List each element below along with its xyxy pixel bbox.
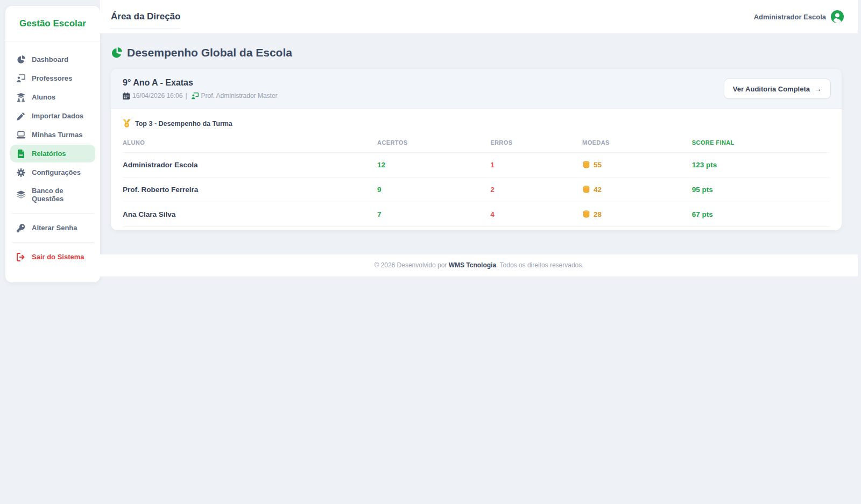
arrow-right-icon: → <box>814 84 822 93</box>
cell-acertos: 7 <box>377 202 490 227</box>
page-title: Área da Direção <box>111 0 180 33</box>
sidebar-item-label: Minhas Turmas <box>32 131 82 139</box>
sidebar-nav: Dashboard Professores Alunos Importar Da… <box>5 41 100 208</box>
sidebar-item-logout[interactable]: Sair do Sistema <box>10 248 95 266</box>
table-row: Ana Clara Silva 7 4 28 67 pts <box>123 202 830 227</box>
report-title: 9° Ano A - Exatas <box>123 78 278 88</box>
report-card-body: Top 3 - Desempenho da Turma ALUNO ACERTO… <box>111 109 842 230</box>
cell-acertos: 12 <box>377 153 490 178</box>
view-audit-button[interactable]: Ver Auditoria Completa → <box>724 79 831 99</box>
calendar-icon <box>123 93 130 100</box>
meta-separator: | <box>185 92 187 100</box>
sidebar-item-label: Alterar Senha <box>32 224 77 232</box>
sidebar-item-relatorios[interactable]: Relatórios <box>10 145 95 162</box>
user-name: Administrador Escola <box>754 13 826 21</box>
footer-suffix: . Todos os direitos reservados. <box>496 261 584 269</box>
app-logo: Gestão Escolar <box>5 6 100 41</box>
report-card: 9° Ano A - Exatas 16/04/2026 16:06 | Pro… <box>111 69 842 230</box>
sidebar-item-configuracoes[interactable]: Configurações <box>10 164 95 181</box>
cell-score: 95 pts <box>692 178 830 202</box>
report-teacher: Prof. Administrador Master <box>201 92 278 100</box>
section-title: Desempenho Global da Escola <box>127 46 292 59</box>
main-column: Área da Direção Administrador Escola Des… <box>100 0 858 276</box>
sidebar: Gestão Escolar Dashboard Professores Alu… <box>5 6 100 282</box>
view-audit-label: Ver Auditoria Completa <box>733 85 810 93</box>
sidebar-item-banco-de-questoes[interactable]: Banco de Questões <box>10 182 95 207</box>
user-menu[interactable]: Administrador Escola <box>754 10 844 23</box>
app-layout: Gestão Escolar Dashboard Professores Alu… <box>0 0 861 504</box>
sidebar-item-label: Banco de Questões <box>32 187 89 203</box>
sidebar-item-label: Importar Dados <box>32 112 83 120</box>
table-row: Prof. Roberto Ferreira 9 2 42 95 pts <box>123 178 830 202</box>
sidebar-item-label: Sair do Sistema <box>32 253 84 261</box>
table-row: Administrador Escola 12 1 55 123 pts <box>123 153 830 178</box>
col-moedas: MOEDAS <box>582 135 692 153</box>
cell-acertos: 9 <box>377 178 490 202</box>
cell-erros: 1 <box>490 153 582 178</box>
footer-brand: WMS Tcnologia <box>449 261 496 269</box>
cell-erros: 2 <box>490 178 582 202</box>
cell-moedas: 28 <box>582 202 692 227</box>
medal-icon <box>123 119 131 127</box>
sidebar-item-label: Professores <box>32 74 72 82</box>
coins-icon <box>582 186 590 194</box>
col-acertos: ACERTOS <box>377 135 490 153</box>
user-avatar-icon <box>831 10 844 23</box>
sidebar-item-dashboard[interactable]: Dashboard <box>10 51 95 68</box>
topbar: Área da Direção Administrador Escola <box>100 0 858 33</box>
cell-erros: 4 <box>490 202 582 227</box>
cell-score: 67 pts <box>692 202 830 227</box>
footer-prefix: © 2026 Desenvolvido por <box>374 261 447 269</box>
col-aluno: ALUNO <box>123 135 377 153</box>
section-heading: Desempenho Global da Escola <box>111 46 842 59</box>
laptop-icon <box>16 130 25 139</box>
students-icon <box>16 93 25 102</box>
cell-moedas: 55 <box>582 153 692 178</box>
sidebar-item-label: Configurações <box>32 168 81 176</box>
layers-icon <box>16 190 25 200</box>
cell-aluno: Administrador Escola <box>123 153 377 178</box>
pencil-icon <box>16 111 25 120</box>
content: Desempenho Global da Escola 9° Ano A - E… <box>100 33 858 254</box>
coins-icon <box>582 210 590 218</box>
table-header-row: ALUNO ACERTOS ERROS MOEDAS SCORE FINAL <box>123 135 830 153</box>
footer: © 2026 Desenvolvido por WMS Tcnologia. T… <box>100 254 858 276</box>
col-erros: ERROS <box>490 135 582 153</box>
sidebar-item-minhas-turmas[interactable]: Minhas Turmas <box>10 126 95 144</box>
sidebar-item-label: Relatórios <box>32 150 66 158</box>
report-card-header: 9° Ano A - Exatas 16/04/2026 16:06 | Pro… <box>111 69 842 109</box>
report-meta: 16/04/2026 16:06 | Prof. Administrador M… <box>123 92 278 100</box>
sidebar-item-alterar-senha[interactable]: Alterar Senha <box>10 219 95 237</box>
col-score: SCORE FINAL <box>692 135 830 153</box>
sidebar-item-professores[interactable]: Professores <box>10 69 95 87</box>
report-file-icon <box>16 149 25 158</box>
sidebar-item-alunos[interactable]: Alunos <box>10 88 95 106</box>
cell-moedas: 42 <box>582 178 692 202</box>
sidebar-item-label: Dashboard <box>32 55 68 63</box>
top3-table: ALUNO ACERTOS ERROS MOEDAS SCORE FINAL A… <box>123 135 830 227</box>
sidebar-divider <box>12 213 94 214</box>
top3-title: Top 3 - Desempenho da Turma <box>135 120 232 127</box>
cell-aluno: Ana Clara Silva <box>123 202 377 227</box>
pie-chart-icon <box>16 55 25 64</box>
sidebar-item-label: Alunos <box>32 93 55 101</box>
key-icon <box>16 223 25 232</box>
cell-aluno: Prof. Roberto Ferreira <box>123 178 377 202</box>
pie-chart-icon <box>111 47 122 59</box>
top3-heading: Top 3 - Desempenho da Turma <box>123 119 830 127</box>
chalkboard-teacher-icon <box>192 93 199 100</box>
cell-score: 123 pts <box>692 153 830 178</box>
sign-out-icon <box>16 252 25 261</box>
report-datetime: 16/04/2026 16:06 <box>132 92 182 100</box>
coins-icon <box>582 161 590 169</box>
chalkboard-teacher-icon <box>16 74 25 83</box>
report-card-header-left: 9° Ano A - Exatas 16/04/2026 16:06 | Pro… <box>123 78 278 100</box>
sidebar-divider <box>12 242 94 243</box>
gear-icon <box>16 168 25 177</box>
sidebar-item-importar-dados[interactable]: Importar Dados <box>10 107 95 125</box>
